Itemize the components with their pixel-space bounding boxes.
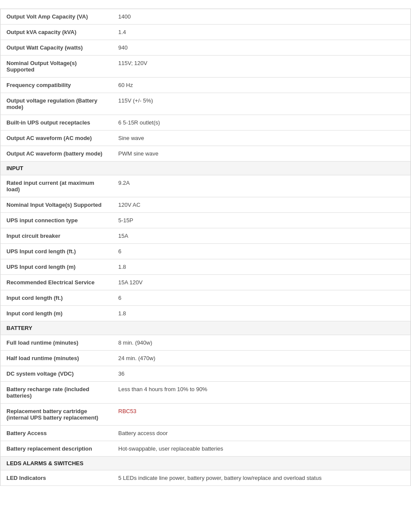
row-value: 60 Hz [112, 78, 411, 93]
row-label: Built-in UPS output receptacles [0, 115, 112, 131]
row-value: 1400 [112, 9, 411, 25]
row-value: 5 LEDs indicate line power, battery powe… [112, 470, 411, 486]
section-header-row: LEDS ALARMS & SWITCHES [0, 457, 411, 470]
table-row: Input cord length (ft.)6 [0, 290, 411, 306]
table-row: Output AC waveform (AC mode)Sine wave [0, 131, 411, 146]
table-row: UPS Input cord length (m)1.8 [0, 259, 411, 275]
table-row: Built-in UPS output receptacles6 5-15R o… [0, 115, 411, 131]
row-value: 6 [112, 290, 411, 306]
row-label: Frequency compatibility [0, 78, 112, 93]
row-value[interactable]: RBC53 [112, 404, 411, 426]
row-value: 1.8 [112, 259, 411, 275]
table-row: Nominal Input Voltage(s) Supported120V A… [0, 197, 411, 213]
row-value: Less than 4 hours from 10% to 90% [112, 382, 411, 404]
table-row: Input cord length (m)1.8 [0, 306, 411, 321]
row-value: 24 min. (470w) [112, 351, 411, 366]
table-row: UPS Input cord length (ft.)6 [0, 244, 411, 259]
row-label: Output Volt Amp Capacity (VA) [0, 9, 112, 25]
row-label: Nominal Output Voltage(s) Supported [0, 56, 112, 78]
section-header-row: BATTERY [0, 321, 411, 335]
row-label: UPS input connection type [0, 213, 112, 228]
table-row: Recommended Electrical Service15A 120V [0, 275, 411, 290]
row-label: Input cord length (m) [0, 306, 112, 321]
table-row: Output kVA capacity (kVA)1.4 [0, 25, 411, 40]
row-label: UPS Input cord length (m) [0, 259, 112, 275]
table-row: Frequency compatibility60 Hz [0, 78, 411, 93]
spec-table: Output Volt Amp Capacity (VA)1400Output … [0, 9, 411, 486]
table-row: Battery replacement descriptionHot-swapp… [0, 441, 411, 457]
row-label: Output voltage regulation (Battery mode) [0, 93, 112, 115]
table-row: Output voltage regulation (Battery mode)… [0, 93, 411, 115]
row-label: LED Indicators [0, 470, 112, 486]
table-row: Replacement battery cartridge (internal … [0, 404, 411, 426]
table-row: LED Indicators5 LEDs indicate line power… [0, 470, 411, 486]
section-header-label: LEDS ALARMS & SWITCHES [0, 457, 411, 470]
row-value: Sine wave [112, 131, 411, 146]
row-value-link[interactable]: RBC53 [118, 408, 137, 414]
table-row: Rated input current (at maximum load)9.2… [0, 175, 411, 197]
row-label: UPS Input cord length (ft.) [0, 244, 112, 259]
row-label: Output Watt Capacity (watts) [0, 40, 112, 56]
table-row: UPS input connection type5-15P [0, 213, 411, 228]
row-label: Nominal Input Voltage(s) Supported [0, 197, 112, 213]
row-value: 8 min. (940w) [112, 335, 411, 351]
row-label: Replacement battery cartridge (internal … [0, 404, 112, 426]
section-header-row: INPUT [0, 162, 411, 175]
table-row: Output AC waveform (battery mode)PWM sin… [0, 146, 411, 162]
row-label: Input cord length (ft.) [0, 290, 112, 306]
row-value: 120V AC [112, 197, 411, 213]
table-row: Battery AccessBattery access door [0, 426, 411, 441]
row-label: Rated input current (at maximum load) [0, 175, 112, 197]
row-value: 940 [112, 40, 411, 56]
row-value: 1.4 [112, 25, 411, 40]
row-value: 115V; 120V [112, 56, 411, 78]
row-label: Full load runtime (minutes) [0, 335, 112, 351]
row-value: Hot-swappable, user replaceable batterie… [112, 441, 411, 457]
table-row: Full load runtime (minutes)8 min. (940w) [0, 335, 411, 351]
row-value: 36 [112, 366, 411, 382]
row-label: Battery replacement description [0, 441, 112, 457]
row-label: DC system voltage (VDC) [0, 366, 112, 382]
table-row: Output Watt Capacity (watts)940 [0, 40, 411, 56]
row-value: 1.8 [112, 306, 411, 321]
row-label: Battery recharge rate (included batterie… [0, 382, 112, 404]
row-label: Battery Access [0, 426, 112, 441]
row-value: 6 [112, 244, 411, 259]
row-value: PWM sine wave [112, 146, 411, 162]
row-label: Output kVA capacity (kVA) [0, 25, 112, 40]
row-value: 15A 120V [112, 275, 411, 290]
table-row: Output Volt Amp Capacity (VA)1400 [0, 9, 411, 25]
row-value: 6 5-15R outlet(s) [112, 115, 411, 131]
table-row: DC system voltage (VDC)36 [0, 366, 411, 382]
row-label: Recommended Electrical Service [0, 275, 112, 290]
table-row: Battery recharge rate (included batterie… [0, 382, 411, 404]
section-header-label: INPUT [0, 162, 411, 175]
table-row: Input circuit breaker15A [0, 228, 411, 244]
table-row: Half load runtime (minutes)24 min. (470w… [0, 351, 411, 366]
section-header-label: BATTERY [0, 321, 411, 335]
row-value: Battery access door [112, 426, 411, 441]
row-value: 9.2A [112, 175, 411, 197]
table-row: Nominal Output Voltage(s) Supported115V;… [0, 56, 411, 78]
row-label: Output AC waveform (AC mode) [0, 131, 112, 146]
row-value: 15A [112, 228, 411, 244]
row-value: 115V (+/- 5%) [112, 93, 411, 115]
row-value: 5-15P [112, 213, 411, 228]
row-label: Output AC waveform (battery mode) [0, 146, 112, 162]
row-label: Half load runtime (minutes) [0, 351, 112, 366]
row-label: Input circuit breaker [0, 228, 112, 244]
